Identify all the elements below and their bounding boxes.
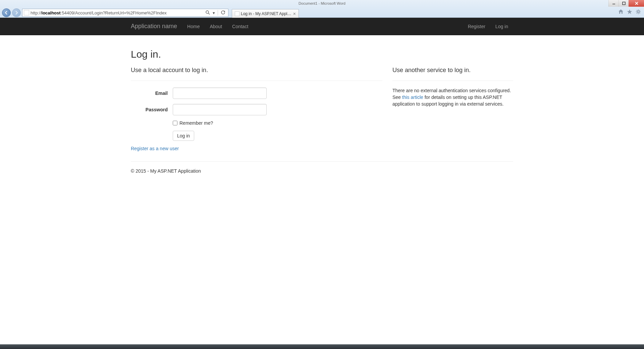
external-login-heading: Use another service to log in. — [392, 67, 513, 74]
browser-chrome: Document1 - Microsoft Word http://localh… — [0, 0, 644, 18]
password-field[interactable] — [173, 104, 267, 115]
external-login-section: Use another service to log in. There are… — [392, 67, 513, 108]
url-host: localhost — [42, 10, 61, 15]
back-button[interactable] — [2, 8, 11, 17]
remember-me-text: Remember me? — [179, 120, 213, 126]
divider — [392, 80, 513, 81]
nav-login[interactable]: Log in — [490, 19, 513, 34]
tab-close-icon[interactable]: × — [293, 11, 296, 16]
minimize-button[interactable] — [608, 0, 619, 7]
tools-icon[interactable] — [635, 9, 641, 16]
home-icon[interactable] — [618, 9, 624, 16]
local-login-section: Use a local account to log in. Email Pas… — [131, 67, 382, 151]
divider — [218, 10, 218, 15]
page-title: Log in. — [131, 49, 513, 60]
remember-me-label[interactable]: Remember me? — [173, 120, 382, 126]
this-article-link[interactable]: this article — [402, 95, 423, 100]
remember-me-checkbox[interactable] — [173, 121, 177, 125]
nav-home[interactable]: Home — [182, 19, 205, 34]
url-text: http://localhost:54409/Account/Login?Ret… — [31, 10, 204, 15]
nav-about[interactable]: About — [205, 19, 227, 34]
favorites-icon[interactable] — [627, 9, 633, 16]
nav-contact[interactable]: Contact — [227, 19, 253, 34]
maximize-button[interactable] — [619, 0, 629, 7]
tab-favicon — [235, 11, 239, 16]
background-window-title: Document1 - Microsoft Word — [299, 1, 345, 5]
svg-point-2 — [637, 11, 639, 13]
url-path: :54409/Account/Login?ReturnUrl=%2FHome%2… — [61, 10, 167, 15]
address-bar[interactable]: http://localhost:54409/Account/Login?Ret… — [22, 9, 228, 17]
password-label: Password — [131, 107, 173, 112]
svg-rect-0 — [623, 2, 625, 5]
login-button[interactable]: Log in — [173, 131, 194, 141]
navbar: Application name Home About Contact Regi… — [0, 18, 644, 35]
tab-title: Log in - My ASP.NET Applic... — [241, 11, 292, 16]
search-icon[interactable] — [204, 10, 211, 16]
local-login-heading: Use a local account to log in. — [131, 67, 382, 74]
browser-tab[interactable]: Log in - My ASP.NET Applic... × — [232, 9, 299, 18]
page-icon — [24, 10, 29, 15]
refresh-icon[interactable] — [219, 10, 227, 16]
email-label: Email — [131, 91, 173, 96]
nav-register[interactable]: Register — [463, 19, 490, 34]
navbar-brand[interactable]: Application name — [131, 18, 182, 35]
divider — [131, 80, 382, 81]
footer-text: © 2015 - My ASP.NET Application — [131, 168, 513, 174]
forward-button[interactable] — [12, 8, 21, 17]
email-field[interactable] — [173, 88, 267, 99]
url-prefix: http:// — [31, 10, 42, 15]
svg-point-1 — [206, 11, 209, 13]
register-new-user-link[interactable]: Register as a new user — [131, 146, 179, 151]
close-button[interactable] — [629, 0, 644, 7]
external-services-text: There are no external authentication ser… — [392, 88, 513, 108]
search-dropdown-icon[interactable]: ▾ — [211, 10, 216, 15]
